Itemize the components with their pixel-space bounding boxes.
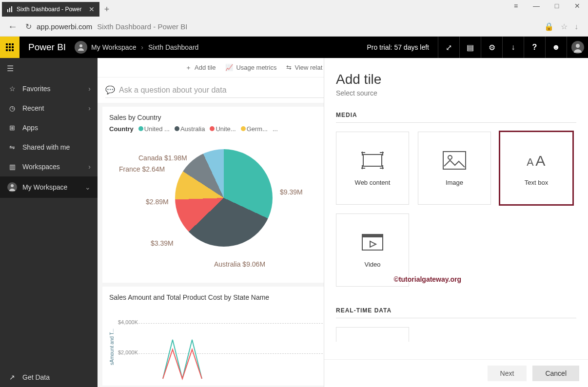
- minimize-icon[interactable]: —: [529, 2, 543, 10]
- apps-icon: ⊞: [7, 124, 18, 132]
- profile-avatar[interactable]: [567, 37, 588, 58]
- svg-text:A: A: [527, 156, 534, 168]
- breadcrumb-dashboard[interactable]: Sixth Dashboard: [148, 43, 199, 51]
- legend-more: ...: [273, 125, 278, 133]
- share-icon: ⇋: [7, 143, 18, 151]
- trial-status: Pro trial: 57 days left: [358, 43, 438, 51]
- pane-subtitle: Select source: [336, 89, 576, 97]
- data-label: $2.89M: [146, 198, 169, 206]
- comment-icon[interactable]: ▤: [459, 37, 481, 58]
- new-tab-button[interactable]: +: [99, 2, 114, 17]
- sidebar-item-workspaces[interactable]: ▥ Workspaces ›: [0, 157, 98, 176]
- cancel-button[interactable]: Cancel: [532, 366, 579, 381]
- lock-icon[interactable]: 🔒: [544, 22, 554, 31]
- sidebar-item-label: Shared with me: [22, 143, 70, 151]
- sidebar-item-myworkspace[interactable]: My Workspace ⌄: [0, 176, 98, 198]
- breadcrumb-workspace[interactable]: My Workspace: [91, 43, 136, 51]
- workspaces-icon: ▥: [7, 163, 18, 171]
- avatar-icon[interactable]: [75, 41, 87, 54]
- sidebar-item-shared[interactable]: ⇋ Shared with me: [0, 137, 98, 157]
- sidebar-item-label: Recent: [22, 104, 44, 112]
- add-tile-pane: Add tile Select source MEDIA Web content…: [324, 58, 588, 387]
- view-related-action[interactable]: ⇆View relat: [286, 64, 322, 71]
- chat-icon: 💬: [105, 85, 115, 95]
- section-realtime: REAL-TIME DATA: [336, 301, 576, 318]
- svg-point-3: [79, 44, 82, 47]
- download-icon[interactable]: ↓: [502, 37, 524, 58]
- tile-image[interactable]: Image: [418, 132, 491, 205]
- settings-icon[interactable]: ⚙: [481, 37, 502, 58]
- brand: Power BI: [20, 42, 75, 53]
- svg-rect-0: [7, 9, 8, 12]
- maximize-icon[interactable]: □: [550, 2, 564, 10]
- pane-title: Add tile: [336, 72, 576, 87]
- svg-rect-2: [11, 6, 12, 12]
- text-icon: AA: [524, 151, 549, 170]
- svg-rect-9: [443, 152, 466, 169]
- sidebar-item-label: Apps: [22, 124, 38, 132]
- chevron-right-icon: ›: [88, 104, 91, 112]
- sidebar: ☰ ☆ Favorites › ◷ Recent › ⊞ Apps ⇋ Shar…: [0, 58, 98, 387]
- svg-point-5: [576, 44, 580, 48]
- data-label: $9.39M: [280, 188, 303, 196]
- star-icon[interactable]: ☆: [561, 22, 568, 31]
- breadcrumb: My Workspace › Sixth Dashboard: [91, 43, 198, 51]
- sidebar-item-label: Workspaces: [22, 163, 60, 171]
- pbi-header: Power BI My Workspace › Sixth Dashboard …: [0, 37, 588, 58]
- tab-icon: [7, 6, 14, 13]
- menu-icon[interactable]: ≡: [509, 2, 523, 10]
- address-bar[interactable]: app.powerbi.com Sixth Dashboard - Power …: [37, 22, 539, 31]
- url-title: Sixth Dashboard - Power BI: [97, 22, 187, 31]
- star-icon: ☆: [7, 85, 18, 93]
- chevron-right-icon: ›: [141, 43, 143, 51]
- hamburger-icon[interactable]: ☰: [0, 58, 98, 79]
- chevron-right-icon: ›: [88, 163, 91, 171]
- refresh-button[interactable]: ↻: [25, 22, 32, 31]
- tile-realtime-placeholder[interactable]: [336, 327, 409, 342]
- chevron-down-icon: ⌄: [85, 183, 91, 191]
- close-icon[interactable]: ✕: [570, 2, 584, 10]
- sidebar-item-apps[interactable]: ⊞ Apps: [0, 118, 98, 137]
- pie-chart: $9.39M Australia $9.06M $3.39M $2.89M Fr…: [109, 135, 314, 276]
- sidebar-item-label: My Workspace: [22, 183, 67, 191]
- chart-icon: 📈: [225, 64, 233, 71]
- qna-placeholder: Ask a question about your data: [119, 86, 227, 95]
- svg-rect-8: [363, 155, 382, 166]
- next-button[interactable]: Next: [488, 366, 527, 381]
- back-button[interactable]: ←: [5, 21, 20, 32]
- add-tile-action[interactable]: ＋Add tile: [185, 63, 216, 72]
- data-label: Canada $1.98M: [138, 154, 187, 162]
- tab-title: Sixth Dashboard - Power: [17, 6, 81, 13]
- data-label: $3.39M: [151, 239, 174, 247]
- get-data-button[interactable]: ↗ Get Data: [0, 368, 98, 387]
- y-axis-label: sAmount and T...: [109, 315, 115, 379]
- help-icon[interactable]: ?: [524, 37, 545, 58]
- feedback-icon[interactable]: ☻: [545, 37, 567, 58]
- sidebar-item-recent[interactable]: ◷ Recent ›: [0, 98, 98, 118]
- avatar-icon: [7, 182, 18, 192]
- tile-web-content[interactable]: Web content: [336, 132, 409, 205]
- download-icon[interactable]: ↓: [574, 22, 578, 31]
- browser-chrome: ≡ — □ ✕ Sixth Dashboard - Power ✕ + ← ↻ …: [0, 0, 588, 37]
- browser-tab[interactable]: Sixth Dashboard - Power ✕: [2, 2, 99, 17]
- getdata-icon: ↗: [7, 373, 18, 381]
- plus-icon: ＋: [185, 63, 192, 72]
- tab-close-icon[interactable]: ✕: [89, 5, 95, 13]
- svg-rect-14: [362, 234, 383, 237]
- app-launcher[interactable]: [0, 37, 20, 58]
- tile-text-box[interactable]: AA Text box: [500, 132, 573, 205]
- chart-lines: [158, 325, 255, 384]
- svg-text:A: A: [535, 152, 546, 168]
- svg-rect-1: [9, 8, 10, 12]
- svg-point-7: [11, 184, 14, 187]
- section-media: MEDIA: [336, 106, 576, 123]
- link-icon: ⇆: [286, 64, 292, 71]
- video-icon: [360, 232, 385, 252]
- clock-icon: ◷: [7, 104, 18, 112]
- fullscreen-icon[interactable]: ⤢: [438, 37, 459, 58]
- usage-metrics-action[interactable]: 📈Usage metrics: [225, 64, 276, 71]
- window-controls: ≡ — □ ✕: [509, 2, 584, 10]
- pane-footer: Next Cancel: [324, 359, 588, 387]
- url-domain: app.powerbi.com: [37, 22, 92, 31]
- sidebar-item-favorites[interactable]: ☆ Favorites ›: [0, 79, 98, 98]
